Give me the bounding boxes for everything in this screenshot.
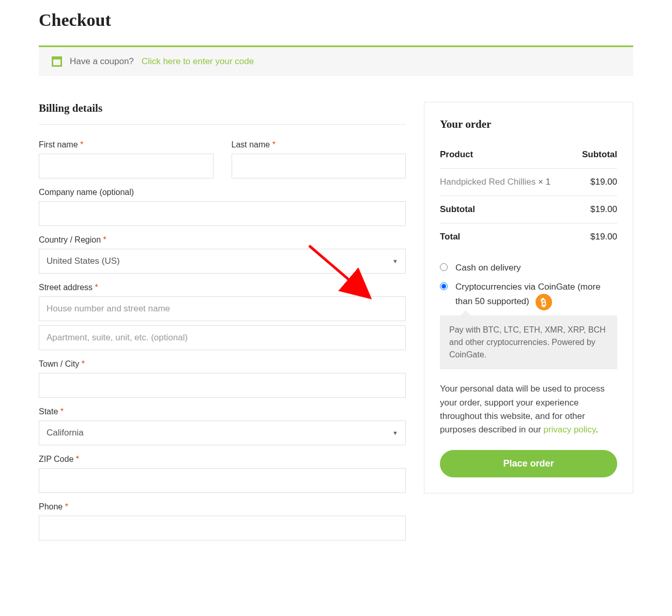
- coupon-icon: [52, 56, 62, 67]
- payment-option-cod[interactable]: Cash on delivery: [440, 261, 617, 275]
- required-mark: *: [272, 140, 276, 149]
- country-select[interactable]: United States (US) ▼: [39, 249, 406, 274]
- first-name-label: First name *: [39, 140, 213, 149]
- total-label: Total: [440, 232, 460, 242]
- order-item: Handpicked Red Chillies × 1: [440, 177, 551, 187]
- required-mark: *: [65, 502, 68, 511]
- city-label: Town / City *: [39, 359, 406, 369]
- country-value: United States (US): [47, 256, 120, 266]
- cod-radio[interactable]: [440, 263, 448, 271]
- order-heading: Your order: [440, 118, 617, 136]
- required-mark: *: [80, 140, 83, 149]
- company-label: Company name (optional): [39, 188, 406, 197]
- required-mark: *: [95, 283, 98, 292]
- place-order-button[interactable]: Place order: [440, 450, 617, 477]
- coupon-link[interactable]: Click here to enter your code: [142, 56, 254, 67]
- product-header: Product: [440, 149, 473, 160]
- total-value: $19.00: [590, 232, 617, 242]
- crypto-description: Pay with BTC, LTC, ETH, XMR, XRP, BCH an…: [440, 315, 617, 369]
- first-name-field[interactable]: [39, 154, 213, 178]
- state-value: California: [47, 428, 84, 438]
- country-label: Country / Region *: [39, 235, 406, 245]
- subtotal-label: Subtotal: [440, 204, 475, 215]
- order-item-name: Handpicked Red Chillies: [440, 177, 536, 187]
- cod-label: Cash on delivery: [455, 261, 617, 275]
- privacy-policy-link[interactable]: privacy policy: [543, 425, 595, 434]
- bitcoin-icon: ₿: [534, 293, 554, 312]
- last-name-label: Last name *: [232, 140, 406, 149]
- payment-methods: Cash on delivery Cryptocurrencies via Co…: [440, 261, 617, 369]
- order-item-price: $19.00: [590, 177, 617, 187]
- crypto-label: Cryptocurrencies via CoinGate (more than…: [455, 280, 617, 310]
- state-label: State *: [39, 407, 406, 416]
- zip-label: ZIP Code *: [39, 455, 406, 464]
- required-mark: *: [82, 359, 85, 368]
- required-mark: *: [60, 407, 64, 416]
- required-mark: *: [103, 235, 106, 244]
- coupon-prompt: Have a coupon?: [70, 56, 134, 67]
- street-address-2-field[interactable]: [39, 325, 406, 350]
- order-summary-table: Product Subtotal Handpicked Red Chillies…: [440, 141, 617, 250]
- privacy-notice: Your personal data will be used to proce…: [440, 382, 617, 437]
- street-label: Street address *: [39, 283, 406, 292]
- phone-field[interactable]: [39, 516, 406, 540]
- subtotal-value: $19.00: [590, 204, 617, 215]
- coupon-banner: Have a coupon? Click here to enter your …: [39, 46, 633, 76]
- chevron-down-icon: ▼: [392, 430, 398, 436]
- page-title: Checkout: [39, 10, 633, 30]
- company-field[interactable]: [39, 201, 406, 226]
- chevron-down-icon: ▼: [392, 258, 398, 264]
- city-field[interactable]: [39, 373, 406, 398]
- order-item-qty: × 1: [538, 177, 551, 187]
- subtotal-header: Subtotal: [582, 149, 617, 160]
- payment-option-crypto[interactable]: Cryptocurrencies via CoinGate (more than…: [440, 280, 617, 310]
- street-address-field[interactable]: [39, 296, 406, 321]
- crypto-radio[interactable]: [440, 282, 448, 290]
- state-select[interactable]: California ▼: [39, 420, 406, 445]
- zip-field[interactable]: [39, 468, 406, 493]
- phone-label: Phone *: [39, 502, 406, 512]
- billing-heading: Billing details: [39, 102, 406, 125]
- required-mark: *: [76, 455, 79, 463]
- last-name-field[interactable]: [232, 154, 406, 178]
